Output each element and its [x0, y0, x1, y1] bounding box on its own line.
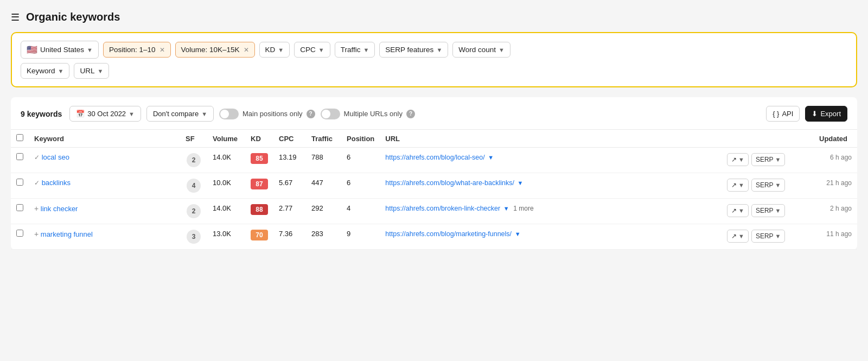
serp-chevron-icon: ▼ — [775, 207, 781, 214]
position-filter-close-icon[interactable]: ✕ — [159, 46, 165, 54]
action-btn-group: ↗ ▼ SERP ▼ — [727, 204, 785, 217]
updated-cell: 6 h ago — [814, 148, 857, 173]
traffic-cell: 788 — [306, 148, 341, 173]
multiple-urls-toggle[interactable] — [321, 109, 340, 119]
api-label: API — [782, 110, 793, 118]
cpc-filter-button[interactable]: CPC ▼ — [294, 42, 330, 58]
row-checkbox-cell — [11, 173, 29, 199]
more-urls-link[interactable]: 1 more — [513, 205, 533, 212]
trend-icon: ↗ — [731, 156, 737, 163]
kd-filter-button[interactable]: KD ▼ — [259, 42, 290, 58]
trend-chevron-icon: ▼ — [738, 156, 744, 163]
main-positions-toggle[interactable] — [219, 109, 239, 119]
serp-button[interactable]: SERP ▼ — [751, 230, 786, 243]
compare-button[interactable]: Don't compare ▼ — [146, 106, 214, 122]
col-header-traffic[interactable]: Traffic — [306, 130, 341, 148]
plus-icon: + — [34, 230, 39, 238]
url-link[interactable]: https://ahrefs.com/blog/what-are-backlin… — [385, 179, 514, 187]
keyword-cell: ✓ local seo — [29, 148, 180, 173]
trend-button[interactable]: ↗ ▼ — [727, 230, 749, 243]
keyword-link[interactable]: local seo — [42, 153, 69, 161]
word-count-filter-button[interactable]: Word count ▼ — [452, 42, 510, 58]
row-checkbox[interactable] — [16, 153, 23, 160]
volume-filter-close-icon[interactable]: ✕ — [244, 46, 249, 54]
trend-button[interactable]: ↗ ▼ — [727, 204, 749, 217]
country-filter-button[interactable]: 🇺🇸 United States ▼ — [21, 41, 99, 59]
col-header-sf[interactable]: SF — [180, 130, 207, 148]
url-link[interactable]: https://ahrefs.com/blog/marketing-funnel… — [385, 230, 512, 238]
keyword-cell: + marketing funnel — [29, 224, 180, 250]
url-link[interactable]: https://ahrefs.com/broken-link-checker — [385, 205, 500, 212]
action-btn-group: ↗ ▼ SERP ▼ — [727, 153, 785, 166]
cpc-cell: 13.19 — [273, 148, 306, 173]
row-checkbox[interactable] — [16, 179, 23, 186]
content-area: 9 keywords 📅 30 Oct 2022 ▼ Don't compare… — [11, 97, 857, 250]
kd-cell: 87 — [245, 173, 273, 199]
row-checkbox-cell — [11, 199, 29, 224]
updated-text: 2 h ago — [830, 205, 852, 212]
volume-cell: 10.0K — [207, 173, 245, 199]
url-link[interactable]: https://ahrefs.com/blog/local-seo/ — [385, 154, 484, 161]
trend-button[interactable]: ↗ ▼ — [727, 179, 749, 192]
position-filter-button[interactable]: Position: 1–10 ✕ — [103, 42, 171, 58]
traffic-chevron-icon: ▼ — [363, 47, 369, 53]
kd-cell: 70 — [245, 224, 273, 250]
keywords-count: 9 keywords — [21, 110, 62, 118]
multiple-urls-help-icon[interactable]: ? — [406, 110, 415, 118]
traffic-cell: 292 — [306, 199, 341, 224]
url-arrow-icon: ▼ — [518, 180, 524, 186]
traffic-filter-label: Traffic — [341, 46, 361, 54]
serp-chevron-icon: ▼ — [775, 156, 781, 163]
keyword-filter-button[interactable]: Keyword ▼ — [21, 63, 69, 79]
volume-filter-button[interactable]: Volume: 10K–15K ✕ — [175, 42, 255, 58]
col-header-position[interactable]: Position — [341, 130, 380, 148]
calendar-icon: 📅 — [76, 110, 85, 118]
col-header-cpc[interactable]: CPC — [273, 130, 306, 148]
date-picker-button[interactable]: 📅 30 Oct 2022 ▼ — [69, 106, 141, 122]
hamburger-icon[interactable]: ☰ — [11, 11, 20, 23]
traffic-cell: 447 — [306, 173, 341, 199]
cpc-cell: 5.67 — [273, 173, 306, 199]
kd-badge: 85 — [251, 153, 268, 164]
volume-filter-label: Volume: 10K–15K — [181, 46, 240, 54]
serp-chevron-icon: ▼ — [775, 182, 781, 188]
serp-button[interactable]: SERP ▼ — [751, 153, 786, 166]
kd-badge: 87 — [251, 179, 268, 189]
multiple-urls-toggle-area: Multiple URLs only ? — [321, 109, 415, 119]
serp-chevron-icon: ▼ — [775, 233, 781, 239]
url-cell: https://ahrefs.com/blog/what-are-backlin… — [380, 173, 722, 199]
col-header-kd[interactable]: KD — [245, 130, 273, 148]
trend-button[interactable]: ↗ ▼ — [727, 153, 749, 166]
url-arrow-icon: ▼ — [488, 154, 494, 161]
actions-cell: ↗ ▼ SERP ▼ — [722, 173, 814, 199]
api-button[interactable]: { } API — [766, 106, 800, 122]
date-chevron-icon: ▼ — [129, 111, 135, 117]
url-filter-button[interactable]: URL ▼ — [74, 63, 109, 79]
serp-label: SERP — [756, 156, 774, 163]
serp-button[interactable]: SERP ▼ — [751, 204, 786, 217]
select-all-checkbox[interactable] — [16, 134, 23, 141]
chevron-down-icon: ▼ — [87, 47, 93, 53]
serp-features-filter-button[interactable]: SERP features ▼ — [379, 42, 448, 58]
url-filter-label: URL — [80, 67, 94, 75]
serp-button[interactable]: SERP ▼ — [751, 179, 786, 192]
sf-badge: 2 — [187, 204, 201, 218]
keyword-link[interactable]: backlinks — [42, 179, 71, 187]
traffic-filter-button[interactable]: Traffic ▼ — [335, 42, 375, 58]
col-header-volume[interactable]: Volume — [207, 130, 245, 148]
sf-cell: 2 — [180, 199, 207, 224]
export-button[interactable]: ⬇ Export — [805, 106, 847, 122]
serp-features-chevron-icon: ▼ — [436, 47, 442, 53]
table-row: + link checker 2 14.0K 88 2.77 292 4 htt… — [11, 199, 857, 224]
keyword-link[interactable]: marketing funnel — [41, 230, 93, 238]
cpc-chevron-icon: ▼ — [318, 47, 324, 53]
main-positions-help-icon[interactable]: ? — [307, 110, 315, 118]
keyword-link[interactable]: link checker — [41, 205, 78, 213]
cpc-cell: 2.77 — [273, 199, 306, 224]
trend-icon: ↗ — [731, 207, 737, 214]
row-checkbox[interactable] — [16, 204, 23, 211]
sf-badge: 2 — [187, 153, 201, 167]
row-checkbox[interactable] — [16, 230, 23, 237]
col-header-updated[interactable]: Updated — [814, 130, 857, 148]
kd-filter-label: KD — [265, 46, 276, 54]
